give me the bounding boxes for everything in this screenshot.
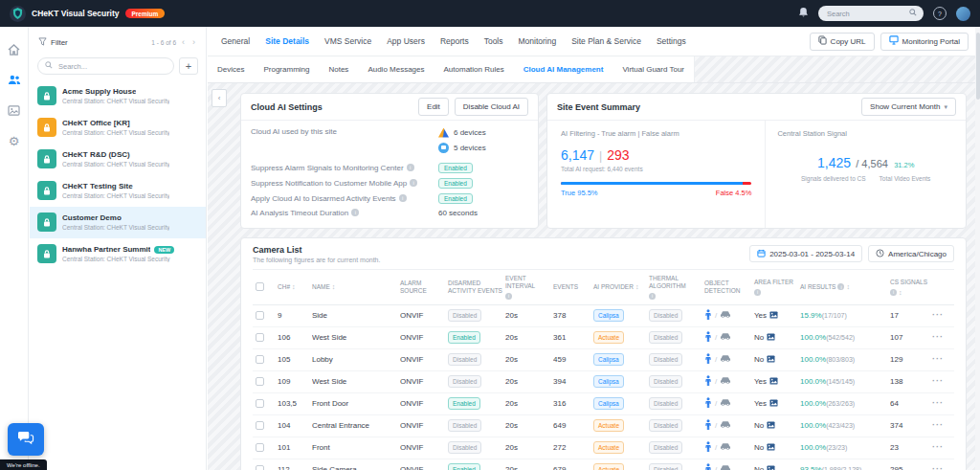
column-header[interactable]: EVENTS bbox=[553, 283, 591, 291]
snapshot-icon[interactable] bbox=[767, 421, 775, 431]
copy-url-button[interactable]: Copy URL bbox=[810, 33, 875, 51]
info-icon[interactable] bbox=[351, 209, 359, 216]
info-icon[interactable] bbox=[837, 283, 844, 290]
user-avatar[interactable] bbox=[956, 7, 970, 21]
chevron-right-icon[interactable] bbox=[190, 38, 197, 47]
site-search[interactable] bbox=[37, 57, 174, 75]
snapshot-icon[interactable] bbox=[769, 377, 778, 387]
more-icon[interactable] bbox=[932, 399, 944, 408]
sort-icon[interactable] bbox=[899, 289, 902, 296]
row-checkbox[interactable] bbox=[256, 355, 264, 364]
row-checkbox[interactable] bbox=[256, 311, 264, 320]
media-icon[interactable] bbox=[6, 103, 23, 118]
camera-table-row[interactable]: 103,5 Front Door ONVIF Enabled 20s 316 C… bbox=[253, 393, 954, 415]
primary-tab[interactable]: App Users bbox=[379, 27, 433, 56]
info-icon[interactable] bbox=[505, 293, 512, 300]
column-header[interactable]: OBJECT DETECTION bbox=[704, 280, 752, 296]
filter-control[interactable]: Filter bbox=[51, 38, 68, 47]
sort-icon[interactable] bbox=[846, 283, 850, 290]
info-icon[interactable] bbox=[410, 179, 417, 187]
row-checkbox[interactable] bbox=[256, 333, 264, 342]
date-range-chip[interactable]: 2025-03-01 - 2025-03-14 bbox=[749, 245, 862, 262]
site-list-item[interactable]: CHeKT R&D (DSC) Central Station: CHeKT V… bbox=[30, 144, 206, 175]
info-icon[interactable] bbox=[754, 289, 761, 296]
more-icon[interactable] bbox=[932, 421, 944, 430]
more-icon[interactable] bbox=[932, 311, 944, 320]
vertical-scrollbar[interactable] bbox=[975, 27, 980, 470]
info-icon[interactable] bbox=[399, 194, 407, 202]
help-icon[interactable] bbox=[933, 7, 947, 20]
secondary-tab[interactable]: Audio Messages bbox=[358, 56, 434, 82]
snapshot-icon[interactable] bbox=[769, 399, 778, 409]
add-site-button[interactable]: + bbox=[179, 57, 198, 75]
column-header[interactable]: ALARM SOURCE bbox=[400, 280, 446, 296]
camera-table-row[interactable]: 112 Side Camera ONVIF Enabled 20s 679 Ac… bbox=[253, 459, 954, 470]
more-icon[interactable] bbox=[932, 377, 944, 386]
primary-tab[interactable]: Tools bbox=[477, 27, 511, 56]
settings-icon[interactable]: ⚙ bbox=[6, 134, 23, 148]
brand[interactable]: CHeKT Visual Security Premium bbox=[10, 6, 165, 22]
snapshot-icon[interactable] bbox=[767, 443, 775, 453]
sort-icon[interactable] bbox=[292, 283, 296, 290]
column-header[interactable]: CS SIGNALS bbox=[890, 279, 930, 295]
scrollbar-thumb[interactable] bbox=[976, 33, 980, 100]
primary-tab[interactable]: Reports bbox=[433, 27, 477, 56]
secondary-tab[interactable]: Programming bbox=[254, 56, 319, 82]
chat-widget-button[interactable] bbox=[8, 423, 44, 456]
snapshot-icon[interactable] bbox=[767, 355, 775, 365]
select-all-checkbox[interactable] bbox=[256, 282, 264, 291]
site-list-item[interactable]: Acme Supply House Central Station: CHeKT… bbox=[30, 80, 206, 112]
secondary-tab[interactable]: Devices bbox=[208, 56, 254, 82]
info-icon[interactable] bbox=[649, 293, 656, 300]
row-checkbox[interactable] bbox=[256, 443, 264, 452]
site-list-item[interactable]: CHeKT Testing Site Central Station: CHeK… bbox=[30, 175, 206, 207]
primary-tab[interactable]: VMS Service bbox=[317, 27, 379, 56]
column-header[interactable]: EVENT INTERVAL bbox=[505, 275, 551, 300]
global-search-input[interactable] bbox=[825, 9, 905, 19]
row-checkbox[interactable] bbox=[256, 465, 264, 470]
primary-tab[interactable]: General bbox=[213, 27, 257, 56]
global-search[interactable] bbox=[818, 6, 924, 21]
more-icon[interactable] bbox=[932, 465, 944, 470]
secondary-tab[interactable]: Cloud AI Management bbox=[514, 56, 613, 82]
column-header[interactable]: THERMAL ALGORITHM bbox=[649, 275, 702, 300]
primary-tab[interactable]: Site Details bbox=[257, 27, 317, 56]
camera-table-row[interactable]: 109 West Side ONVIF Disabled 20s 394 Cal… bbox=[253, 371, 954, 393]
period-select-button[interactable]: Show Current Month bbox=[861, 98, 956, 116]
sort-icon[interactable] bbox=[635, 283, 639, 290]
camera-table-row[interactable]: 9 Side ONVIF Disabled 20s 378 Calipsa Di… bbox=[253, 305, 954, 327]
disable-cloud-ai-button[interactable]: Disable Cloud AI bbox=[455, 98, 528, 116]
monitoring-portal-button[interactable]: Monitoring Portal bbox=[880, 33, 969, 51]
camera-table-row[interactable]: 101 Front ONVIF Disabled 20s 272 Actuate… bbox=[253, 437, 954, 459]
chevron-left-icon[interactable] bbox=[180, 38, 187, 47]
row-checkbox[interactable] bbox=[256, 399, 264, 408]
column-header[interactable]: AI PROVIDER bbox=[593, 283, 647, 291]
column-header[interactable]: NAME bbox=[312, 283, 398, 291]
more-icon[interactable] bbox=[932, 355, 944, 364]
camera-table-row[interactable]: 106 West Side ONVIF Enabled 20s 361 Actu… bbox=[253, 327, 954, 349]
column-header[interactable]: AI RESULTS bbox=[800, 283, 888, 291]
column-header[interactable]: CH# bbox=[278, 283, 310, 291]
snapshot-icon[interactable] bbox=[767, 333, 775, 343]
snapshot-icon[interactable] bbox=[769, 311, 778, 321]
snapshot-icon[interactable] bbox=[767, 465, 775, 470]
camera-table-row[interactable]: 105 Lobby ONVIF Disabled 20s 459 Calipsa… bbox=[253, 349, 954, 371]
home-icon[interactable] bbox=[6, 42, 23, 56]
row-checkbox[interactable] bbox=[256, 421, 264, 430]
more-icon[interactable] bbox=[932, 333, 944, 342]
edit-button[interactable]: Edit bbox=[418, 98, 449, 116]
camera-table-row[interactable]: 104 Central Entrance ONVIF Disabled 20s … bbox=[253, 415, 954, 437]
sort-icon[interactable] bbox=[332, 283, 336, 290]
site-list-item[interactable]: Customer Demo Central Station: CHeKT Vis… bbox=[30, 207, 206, 238]
primary-tab[interactable]: Settings bbox=[649, 27, 694, 56]
row-checkbox[interactable] bbox=[256, 377, 264, 386]
column-header[interactable]: AREA FILTER bbox=[754, 279, 798, 295]
bell-icon[interactable] bbox=[798, 7, 809, 20]
secondary-tab[interactable]: Automation Rules bbox=[434, 56, 514, 82]
secondary-tab[interactable]: Notes bbox=[319, 56, 358, 82]
site-list-item[interactable]: CHeKT Office [KR] Central Station: CHeKT… bbox=[30, 112, 206, 144]
primary-tab[interactable]: Site Plan & Service bbox=[564, 27, 649, 56]
primary-tab[interactable]: Monitoring bbox=[511, 27, 565, 56]
secondary-tab[interactable]: Virtual Guard Tour bbox=[612, 56, 694, 82]
more-icon[interactable] bbox=[932, 443, 944, 452]
